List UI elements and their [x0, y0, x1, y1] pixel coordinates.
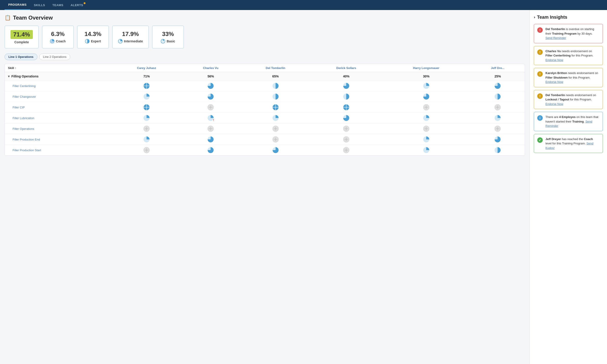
pie-cell-4-3	[311, 123, 382, 134]
table-row: Filler Changeover	[5, 91, 525, 102]
pie-cell-4-1	[181, 123, 240, 134]
stat-complete-value: 71.4%	[11, 30, 33, 39]
pie-cell-1-1	[181, 91, 240, 102]
pie-cell-3-0	[112, 113, 181, 123]
success-icon: ✓	[537, 137, 543, 143]
pie-cell-5-5	[471, 134, 525, 145]
pie-cell-4-4	[382, 123, 471, 134]
page-title-row: 📋 Team Overview	[5, 14, 525, 21]
pie-cell-1-4	[382, 91, 471, 102]
stat-complete-label: Complete	[14, 40, 29, 44]
section-pct-0: 71%	[112, 72, 181, 81]
insight-plain-4-0: There are	[545, 115, 559, 119]
right-panel: › Team Insights !Del Tomberlin is overdu…	[529, 10, 607, 364]
warning-icon: !	[537, 93, 543, 99]
svg-text:!: !	[213, 119, 214, 121]
pie-cell-1-0	[112, 91, 181, 102]
tab-line1[interactable]: Line 1 Operations	[5, 53, 37, 60]
insight-plain-3-1: needs endorsement on	[565, 93, 596, 97]
table-row: Filler Operations	[5, 123, 525, 134]
insight-bold-3-2: Lockout / Tagout	[545, 98, 569, 101]
pie-cell-0-4	[382, 81, 471, 91]
pie-cell-6-4	[382, 145, 471, 156]
insight-text-1: Charles Vu needs endorsement on Filler C…	[545, 49, 599, 62]
pie-cell-0-1	[181, 81, 240, 91]
skill-name-1[interactable]: Filler Changeover	[8, 95, 36, 98]
stat-intermediate-label: Intermediate	[118, 39, 143, 43]
table-row: Filler Lubrication!	[5, 113, 525, 123]
pie-cell-2-3	[311, 102, 382, 113]
pie-cell-4-2	[240, 123, 311, 134]
skill-name-4[interactable]: Filler Operations	[8, 127, 34, 130]
table-row: Filler Production End	[5, 134, 525, 145]
skill-table-container: Skill ↑ Carey Juhasz Charles Vu Del Tomb…	[5, 64, 525, 156]
pie-cell-0-3	[311, 81, 382, 91]
stat-intermediate: 17.9% Intermediate	[112, 26, 149, 49]
insight-text-2: Karolyn Britton needs endorsement on Fil…	[545, 71, 599, 84]
insight-plain-0-3: by 30 days.	[577, 32, 593, 35]
pie-cell-0-5	[471, 81, 525, 91]
pie-cell-2-5	[471, 102, 525, 113]
alerts-badge	[84, 2, 85, 4]
skill-table: Skill ↑ Carey Juhasz Charles Vu Del Tomb…	[5, 64, 525, 156]
col-derick: Derick Sollars	[311, 64, 382, 72]
insight-text-5: Jeff Dreyer has reached the Coach level …	[545, 137, 599, 150]
nav-skills[interactable]: SKILLS	[30, 0, 49, 10]
stat-complete: 71.4% Complete	[5, 26, 39, 49]
table-row: Filler Production Start	[5, 145, 525, 156]
section-toggle[interactable]: ▾	[8, 75, 10, 78]
nav-teams[interactable]: TEAMS	[49, 0, 67, 10]
skill-name-3[interactable]: Filler Lubrication	[8, 117, 34, 120]
pie-cell-5-0	[112, 134, 181, 145]
skill-name-5[interactable]: Filler Production End	[8, 138, 40, 141]
stat-coach: 6.3% Coach	[42, 26, 74, 49]
section-filling-operations: ▾Filling Operations71%56%65%40%30%25%	[5, 72, 525, 81]
pie-cell-3-3	[311, 113, 382, 123]
pie-cell-1-2	[240, 91, 311, 102]
insight-bold-5-0: Jeff Dreyer	[545, 137, 561, 141]
stat-basic-value: 33%	[162, 30, 174, 38]
section-pct-5: 25%	[471, 72, 525, 81]
insight-link-2-4[interactable]: Endorse Now	[545, 80, 563, 84]
pie-cell-4-0	[112, 123, 181, 134]
tab-line2[interactable]: Line 2 Operations	[39, 53, 70, 60]
nav-alerts[interactable]: ALERTS	[67, 0, 87, 10]
section-pct-3: 40%	[311, 72, 382, 81]
nav-programs[interactable]: PROGRAMS	[5, 0, 30, 10]
pie-cell-6-5	[471, 145, 525, 156]
col-skill[interactable]: Skill ↑	[5, 64, 112, 72]
insight-link-0-4[interactable]: Send Reminder	[545, 36, 566, 40]
stat-basic: 33% Basic	[152, 26, 184, 49]
insights-container: !Del Tomberlin is overdue on starting th…	[534, 24, 603, 153]
insight-text-3: Del Tomberlin needs endorsement on Locko…	[545, 93, 599, 106]
skill-name-2[interactable]: Filler CIP	[8, 106, 25, 109]
expert-icon	[85, 39, 90, 43]
panel-chevron: ›	[534, 15, 535, 20]
pie-cell-6-0	[112, 145, 181, 156]
insight-link-3-4[interactable]: Endorse Now	[545, 102, 563, 106]
section-pct-1: 56%	[181, 72, 240, 81]
page-title-icon: 📋	[5, 15, 11, 21]
basic-icon	[161, 39, 165, 43]
insight-bold-2-0: Karolyn Britton	[545, 71, 567, 75]
insight-text-4: There are 4 Employes on this team that h…	[545, 115, 599, 128]
col-carey: Carey Juhasz	[112, 64, 181, 72]
pie-cell-5-2	[240, 134, 311, 145]
insight-plain-1-1: needs endorsement on	[561, 50, 592, 53]
info-icon: i	[537, 115, 543, 121]
pie-cell-6-2	[240, 145, 311, 156]
pie-cell-3-1: !	[181, 113, 240, 123]
skill-name-0[interactable]: Filler Centerlining	[8, 84, 36, 88]
insight-bold-0-2: Training Program	[552, 32, 577, 35]
insight-plain-5-3: level for this Training Program.	[545, 142, 586, 145]
pie-cell-3-5	[471, 113, 525, 123]
pie-cell-5-4	[382, 134, 471, 145]
stat-intermediate-value: 17.9%	[122, 30, 139, 38]
main-container: 📋 Team Overview 71.4% Complete 6.3%	[0, 10, 607, 364]
skill-name-6[interactable]: Filler Production Start	[8, 148, 41, 152]
insight-link-1-4[interactable]: Endorse Now	[545, 58, 563, 62]
insight-card-0: !Del Tomberlin is overdue on starting th…	[534, 24, 603, 43]
pie-cell-6-3	[311, 145, 382, 156]
insight-plain-1-3: for this Program.	[571, 54, 594, 57]
insight-plain-2-3: for this Program.	[568, 76, 591, 79]
